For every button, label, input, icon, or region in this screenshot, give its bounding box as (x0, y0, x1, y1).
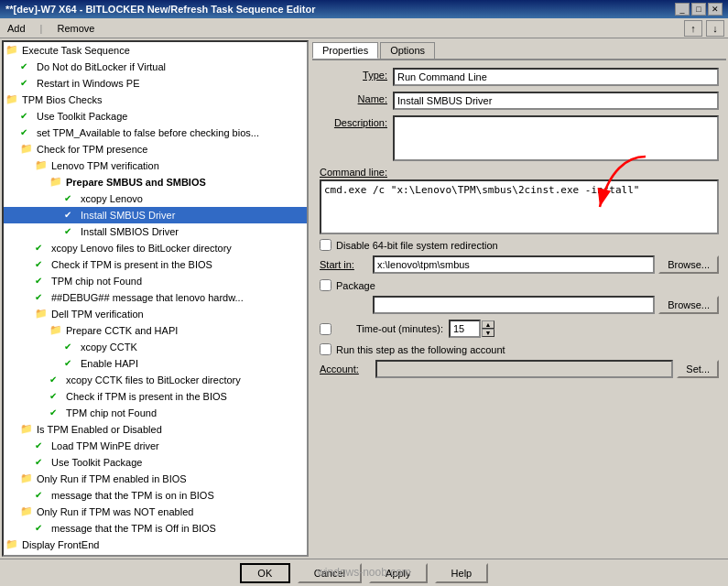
list-item[interactable]: 📁 Display FrontEnd (4, 537, 307, 553)
list-item[interactable]: 📁 Prepare SMBUS and SMBIOS (4, 174, 307, 190)
list-item[interactable]: ✔ Enable HAPI (4, 355, 307, 372)
menu-remove[interactable]: Remove (53, 22, 98, 35)
list-item[interactable]: ✔ Load TPM WinPE driver (4, 438, 307, 454)
list-item[interactable]: 📁 Dell TPM verification (4, 306, 307, 322)
menu-separator: | (40, 23, 43, 34)
tab-bar: Properties Options (312, 40, 726, 60)
menu-add[interactable]: Add (4, 22, 29, 35)
check-icon: ✔ (35, 488, 49, 503)
list-item[interactable]: 📁 Check for TPM presence (4, 141, 307, 157)
list-item[interactable]: 📁 TPM Bios Checks (4, 92, 307, 108)
minimize-button[interactable]: _ (675, 3, 690, 16)
run-as-checkbox[interactable] (320, 343, 331, 355)
folder-icon: 📁 (35, 158, 49, 173)
command-line-box[interactable]: cmd.exe /c "x:\Lenovo\TPM\smbus\2cinst.e… (320, 179, 719, 234)
list-item[interactable]: ✔ message that the TPM is Off in BIOS (4, 520, 307, 537)
check-icon: ✔ (20, 125, 35, 140)
list-item[interactable]: ✔ Check if TPM is present in the BIOS (4, 388, 307, 405)
selected-tree-item[interactable]: ✔ Install SMBUS Driver (4, 207, 307, 223)
spin-down-button[interactable]: ▼ (482, 329, 494, 337)
tree-item-label: message that the TPM is on in BIOS (51, 489, 214, 503)
check-icon: ✔ (49, 389, 64, 404)
check-icon: ✔ (35, 257, 49, 272)
start-in-label: Start in: (320, 259, 367, 270)
folder-icon: 📁 (49, 323, 64, 338)
list-item[interactable]: ✔ Use Toolkit Package (4, 108, 307, 125)
tree-item-label: Install SMBUS Driver (81, 209, 175, 222)
tree-root[interactable]: 📁 Execute Task Sequence (4, 42, 307, 59)
check-icon: ✔ (64, 191, 79, 206)
run-as-row: Run this step as the following account (320, 343, 719, 355)
list-item[interactable]: ✔ xcopy CCTK (4, 339, 307, 355)
list-item[interactable]: ✔ Do Not do BitLocker if Virtual (4, 59, 307, 75)
list-item[interactable]: 📁 Prepare CCTK and HAPI (4, 322, 307, 339)
list-item[interactable]: ✔ Install SMBIOS Driver (4, 223, 307, 240)
list-item[interactable]: 📁 Only Run if TPM was NOT enabled (4, 504, 307, 520)
folder-icon: 📁 (5, 537, 20, 552)
list-item[interactable]: ✔ Check if TPM is present in the BIOS (4, 256, 307, 273)
check-icon: ✔ (35, 455, 49, 470)
toolbar-icon-1[interactable]: ↑ (684, 20, 702, 37)
toolbar-icons: ↑ ↓ (684, 20, 724, 37)
type-label: Type: (320, 68, 393, 81)
name-label: Name: (320, 92, 393, 104)
list-item[interactable]: ✔ Use Toolkit Package (4, 454, 307, 471)
start-in-input[interactable] (373, 255, 655, 274)
folder-icon: 📁 (5, 43, 20, 58)
list-item[interactable]: ✔ Use Toolkit Package (4, 553, 307, 557)
spin-up-button[interactable]: ▲ (482, 320, 494, 329)
help-button[interactable]: Help (435, 563, 489, 583)
tree-item-label: Enable HAPI (81, 357, 138, 371)
list-item[interactable]: 📁 Lenovo TPM verification (4, 157, 307, 174)
list-item[interactable]: ✔ message that the TPM is on in BIOS (4, 487, 307, 504)
tree-item-label: ##DEBUG## message that lenovo hardw... (51, 291, 244, 305)
command-line-label: Command line: (320, 167, 387, 178)
task-sequence-tree[interactable]: 📁 Execute Task Sequence ✔ Do Not do BitL… (2, 40, 309, 557)
list-item[interactable]: 📁 Is TPM Enabled or Disabled (4, 421, 307, 438)
check-icon: ✔ (35, 241, 49, 255)
toolbar-icon-2[interactable]: ↓ (706, 20, 724, 37)
list-item[interactable]: ✔ xcopy CCTK files to BitLocker director… (4, 372, 307, 388)
account-input[interactable] (375, 360, 673, 378)
type-input[interactable] (393, 68, 719, 86)
browse-button-1[interactable]: Browse... (658, 255, 719, 274)
package-checkbox[interactable] (320, 279, 331, 291)
timeout-checkbox[interactable] (320, 323, 331, 335)
list-item[interactable]: ✔ xcopy Lenovo (4, 190, 307, 207)
maximize-button[interactable]: □ (691, 3, 706, 16)
list-item[interactable]: ✔ set TPM_Available to false before chec… (4, 125, 307, 141)
tree-item-label: xcopy CCTK files to BitLocker directory (66, 374, 241, 387)
list-item[interactable]: ✔ TPM chip not Found (4, 405, 307, 421)
tree-item-label: Check if TPM is present in the BIOS (51, 258, 212, 272)
check-icon: ✔ (20, 60, 35, 74)
list-item[interactable]: ✔ ##DEBUG## message that lenovo hardw... (4, 289, 307, 306)
check-icon: ✔ (64, 340, 79, 354)
list-item[interactable]: ✔ TPM chip not Found (4, 273, 307, 289)
disable-redirect-row: Disable 64-bit file system redirection (320, 239, 719, 251)
name-input[interactable] (393, 92, 719, 110)
tree-item-label: Only Run if TPM enabled in BIOS (37, 472, 187, 486)
list-item[interactable]: ✔ xcopy Lenovo files to BitLocker direct… (4, 240, 307, 256)
folder-icon: 📁 (5, 92, 20, 107)
tab-options[interactable]: Options (380, 42, 435, 59)
folder-icon: 📁 (35, 307, 49, 321)
package-input[interactable] (373, 296, 655, 314)
disable-redirect-label: Disable 64-bit file system redirection (336, 240, 498, 251)
set-button[interactable]: Set... (677, 360, 719, 378)
timeout-row: Time-out (minutes): ▲ ▼ (320, 320, 719, 338)
description-input[interactable] (393, 115, 719, 161)
timeout-input[interactable] (449, 320, 481, 338)
list-item[interactable]: ✔ Restart in Windows PE (4, 75, 307, 92)
disable-redirect-checkbox[interactable] (320, 239, 331, 251)
account-label: Account: (320, 364, 370, 374)
check-icon: ✔ (35, 439, 49, 453)
tree-item-label: Restart in Windows PE (37, 77, 139, 91)
browse-button-2[interactable]: Browse... (658, 296, 719, 314)
ok-button[interactable]: OK (240, 563, 290, 583)
title-bar: **[dev]-W7 X64 - BITLOCKER New/Refresh T… (0, 0, 728, 18)
tree-item-label: Only Run if TPM was NOT enabled (37, 505, 193, 519)
tab-properties[interactable]: Properties (312, 42, 378, 59)
folder-icon: 📁 (20, 422, 35, 437)
close-button[interactable]: ✕ (708, 3, 723, 16)
list-item[interactable]: 📁 Only Run if TPM enabled in BIOS (4, 471, 307, 487)
